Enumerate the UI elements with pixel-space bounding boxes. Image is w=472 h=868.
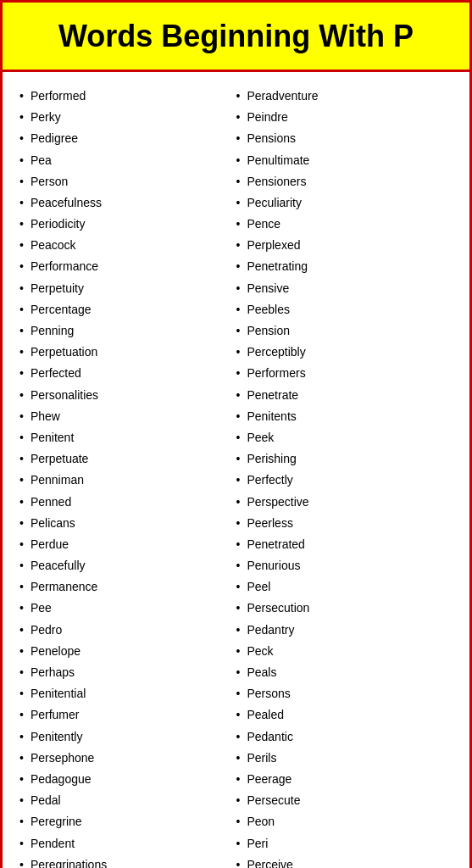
list-item: Perplexed: [236, 236, 453, 257]
list-item: Penitently: [19, 726, 236, 748]
list-item: Perfumer: [19, 705, 236, 726]
list-item: Pelicans: [19, 513, 236, 534]
list-item: Perpetuation: [19, 342, 236, 363]
list-item: Penniman: [19, 470, 236, 492]
list-item: Perdue: [19, 534, 236, 555]
list-item: Perhaps: [19, 662, 236, 683]
list-item: Peerless: [236, 513, 453, 534]
list-item: Peek: [236, 427, 453, 448]
list-item: Pension: [236, 320, 453, 342]
list-item: Personalities: [19, 385, 236, 406]
header: Words Beginning With P: [0, 0, 472, 72]
list-item: Performance: [19, 257, 236, 278]
list-item: Pedro: [19, 620, 236, 641]
list-item: Performed: [19, 86, 236, 107]
list-item: Penultimate: [236, 150, 453, 171]
list-item: Perceive: [236, 854, 453, 868]
list-item: Pee: [19, 598, 236, 620]
list-item: Pensioners: [236, 171, 453, 192]
list-item: Pendent: [19, 833, 236, 854]
list-item: Persecution: [236, 598, 453, 620]
list-item: Pence: [236, 214, 453, 235]
list-item: Peregrinations: [19, 854, 236, 868]
list-item: Pensive: [236, 278, 453, 299]
list-item: Perpetuate: [19, 448, 236, 470]
list-item: Percentage: [19, 299, 236, 320]
list-item: Penelope: [19, 641, 236, 662]
list-item: Peregrine: [19, 812, 236, 833]
list-item: Perpetuity: [19, 278, 236, 299]
list-item: Peacefulness: [19, 192, 236, 214]
list-item: Peon: [236, 812, 453, 833]
list-item: Periodicity: [19, 214, 236, 235]
list-item: Penitents: [236, 406, 453, 427]
list-item: Penitential: [19, 683, 236, 704]
list-item: Pedantic: [236, 726, 453, 748]
list-item: Penning: [19, 320, 236, 342]
list-item: Persons: [236, 683, 453, 704]
list-item: Peacefully: [19, 555, 236, 576]
list-item: Peals: [236, 662, 453, 683]
list-item: Penitent: [19, 427, 236, 448]
list-item: Penetrate: [236, 385, 453, 406]
list-item: Phew: [19, 406, 236, 427]
list-item: Peindre: [236, 107, 453, 128]
list-item: Pealed: [236, 705, 453, 726]
list-item: Perfected: [19, 364, 236, 385]
list-item: Performers: [236, 364, 453, 385]
list-item: Perishing: [236, 448, 453, 470]
list-item: Pea: [19, 150, 236, 171]
page-title: Words Beginning With P: [19, 18, 453, 54]
list-item: Peculiarity: [236, 192, 453, 214]
list-item: Peel: [236, 577, 453, 598]
list-item: Perspective: [236, 492, 453, 513]
left-column: PerformedPerkyPedigreePeaPersonPeacefuln…: [19, 86, 236, 868]
list-item: Perky: [19, 107, 236, 128]
list-item: Perceptibly: [236, 342, 453, 363]
list-item: Penetrating: [236, 257, 453, 278]
list-item: Pedigree: [19, 129, 236, 150]
list-item: Penned: [19, 492, 236, 513]
list-item: Peebles: [236, 299, 453, 320]
list-item: Perils: [236, 748, 453, 769]
list-item: Peri: [236, 833, 453, 854]
right-column: PeradventurePeindrePensionsPenultimatePe…: [236, 86, 453, 868]
list-item: Penurious: [236, 555, 453, 576]
list-item: Perfectly: [236, 470, 453, 492]
list-item: Pedagogue: [19, 769, 236, 790]
list-item: Pedal: [19, 790, 236, 811]
list-item: Peradventure: [236, 86, 453, 107]
list-item: Person: [19, 171, 236, 192]
list-item: Peacock: [19, 236, 236, 257]
list-item: Persephone: [19, 748, 236, 769]
list-item: Persecute: [236, 790, 453, 811]
list-item: Peerage: [236, 769, 453, 790]
list-item: Pedantry: [236, 620, 453, 641]
list-item: Peck: [236, 641, 453, 662]
list-item: Penetrated: [236, 534, 453, 555]
content-area: PerformedPerkyPedigreePeaPersonPeacefuln…: [0, 72, 472, 868]
list-item: Pensions: [236, 129, 453, 150]
word-columns: PerformedPerkyPedigreePeaPersonPeacefuln…: [19, 86, 453, 868]
list-item: Permanence: [19, 577, 236, 598]
